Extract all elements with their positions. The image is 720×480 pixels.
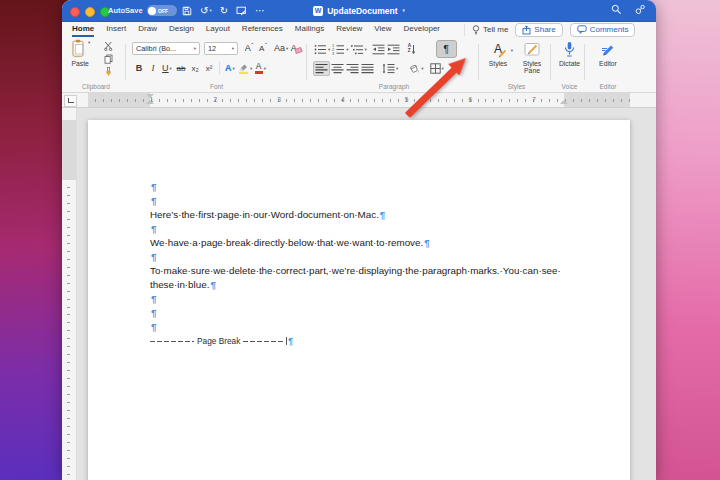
tab-design[interactable]: Design (169, 22, 194, 37)
autosave-control: AutoSave OFF (108, 5, 177, 16)
tab-draw[interactable]: Draw (138, 22, 157, 37)
empty-paragraph-line: ¶ (150, 194, 561, 208)
top-margin-area (62, 120, 76, 180)
empty-paragraph-line: ¶ (150, 180, 561, 194)
ribbon-tabs: HomeInsertDrawDesignLayoutReferencesMail… (62, 22, 656, 37)
vertical-ruler[interactable] (62, 108, 77, 480)
pilcrow-mark: ¶ (210, 279, 215, 290)
text-effects-button[interactable]: A▾ (224, 60, 236, 76)
page-break-label: Page Break (194, 334, 243, 348)
save-icon[interactable] (182, 6, 192, 16)
paste-button[interactable]: ▾ Paste (70, 39, 90, 67)
horizontal-ruler[interactable]: 1234567 (62, 93, 656, 108)
document-page[interactable]: ¶¶Here’s·the·first·page·in·our·Word·docu… (88, 120, 630, 480)
multilevel-list-button[interactable]: ▾ (351, 41, 367, 57)
align-right-button[interactable] (346, 60, 359, 76)
numbering-button[interactable]: 123 ▾ (332, 41, 348, 57)
close-window-button[interactable] (70, 7, 80, 17)
more-commands-icon[interactable]: ⋯ (255, 6, 265, 16)
chevron-down-icon: ▾ (194, 46, 196, 51)
empty-paragraph-line: ¶ (150, 250, 561, 264)
desktop-wallpaper-left (0, 0, 70, 480)
styles-pane-button[interactable]: Styles Pane (516, 39, 548, 74)
grow-font-button[interactable]: Aˆ (243, 40, 255, 56)
decrease-indent-button[interactable] (372, 41, 385, 57)
change-case-button[interactable]: Aa▾ (274, 40, 288, 56)
superscript-button[interactable]: x² (203, 60, 215, 76)
tab-layout[interactable]: Layout (206, 22, 230, 37)
dictate-button[interactable]: Dictate (556, 39, 583, 67)
minimize-window-button[interactable] (85, 7, 95, 17)
chevron-down-icon: ▾ (233, 66, 235, 71)
bold-button[interactable]: B (133, 60, 145, 76)
traffic-lights (70, 7, 110, 17)
paste-label: Paste (71, 60, 88, 67)
autosave-toggle[interactable]: OFF (147, 5, 177, 16)
highlight-color-button[interactable]: ▾ (238, 60, 252, 76)
right-indent-marker[interactable] (560, 100, 568, 104)
font-size-select[interactable]: 12 ▾ (204, 42, 238, 55)
font-family-select[interactable]: Calibri (Bo... ▾ (132, 42, 200, 55)
align-center-button[interactable] (331, 60, 344, 76)
comments-button[interactable]: Comments (570, 23, 636, 37)
shading-button[interactable]: ▾ (408, 60, 423, 76)
highlighter-icon (238, 62, 249, 74)
cut-icon[interactable] (104, 41, 113, 51)
first-line-indent-marker[interactable] (146, 94, 154, 98)
chevron-down-icon: ▾ (170, 66, 172, 71)
caret-up-icon: ˆ (251, 42, 253, 48)
tell-me-button[interactable]: Tell me (464, 24, 508, 36)
editor-group: Editor Editor (586, 37, 630, 92)
share-link-icon[interactable] (635, 4, 646, 15)
sort-button[interactable]: AZ (406, 41, 418, 57)
tab-references[interactable]: References (242, 22, 283, 37)
styles-button[interactable]: A ▾ Styles (484, 39, 512, 74)
tab-developer[interactable]: Developer (404, 22, 440, 37)
subscript-button[interactable]: x₂ (189, 60, 201, 76)
pilcrow-mark: ¶ (151, 195, 156, 206)
font-color-button[interactable]: A ▾ (254, 60, 266, 76)
line-spacing-button[interactable]: ▾ (382, 60, 398, 76)
bullets-button[interactable]: ▾ (314, 41, 330, 57)
copy-icon[interactable] (104, 54, 113, 64)
share-button[interactable]: Share (515, 23, 562, 37)
show-paragraph-marks-button[interactable]: ¶ (436, 40, 457, 58)
ruler-ticks (88, 99, 630, 102)
tab-mailings[interactable]: Mailings (295, 22, 324, 37)
title-chevron-down-icon[interactable]: ▾ (403, 8, 405, 13)
paste-chevron-down-icon[interactable]: ▾ (88, 39, 90, 46)
justify-button[interactable] (361, 60, 374, 76)
redo-icon[interactable]: ↻ (220, 6, 228, 16)
underline-button[interactable]: U▾ (161, 60, 173, 76)
comments-label: Comments (590, 25, 629, 34)
share-label: Share (534, 25, 555, 34)
italic-button[interactable]: I (147, 60, 159, 76)
search-icon[interactable] (611, 4, 622, 15)
tab-selector[interactable] (64, 95, 77, 107)
tab-insert[interactable]: Insert (106, 22, 126, 37)
format-painter-icon[interactable] (104, 67, 113, 77)
chevron-down-icon: ▾ (232, 46, 234, 51)
lightbulb-icon (472, 25, 480, 35)
multilevel-list-icon (351, 44, 364, 55)
tab-view[interactable]: View (374, 22, 391, 37)
numbered-list-icon: 123 (332, 44, 345, 55)
tab-review[interactable]: Review (336, 22, 362, 37)
bullet-list-icon (314, 44, 327, 55)
shrink-font-button[interactable]: Aˇ (257, 40, 269, 56)
pilcrow-mark: ¶ (151, 321, 156, 332)
increase-indent-button[interactable] (387, 41, 400, 57)
editor-button[interactable]: Editor (594, 39, 622, 67)
undo-button[interactable]: ↺ ▾ (200, 6, 212, 16)
tab-home[interactable]: Home (72, 22, 94, 37)
clear-formatting-button[interactable]: A (290, 40, 302, 56)
left-indent-marker[interactable] (146, 100, 154, 104)
titlebar-right-icons (611, 4, 646, 15)
align-left-button[interactable] (313, 61, 330, 76)
print-icon[interactable] (236, 6, 247, 16)
clipboard-group-label: Clipboard (66, 83, 126, 90)
strikethrough-button[interactable]: ab (175, 60, 187, 76)
ruler-number: 7 (532, 96, 536, 103)
chevron-down-icon: ▾ (250, 66, 252, 71)
chevron-down-icon[interactable]: ▾ (209, 8, 211, 13)
